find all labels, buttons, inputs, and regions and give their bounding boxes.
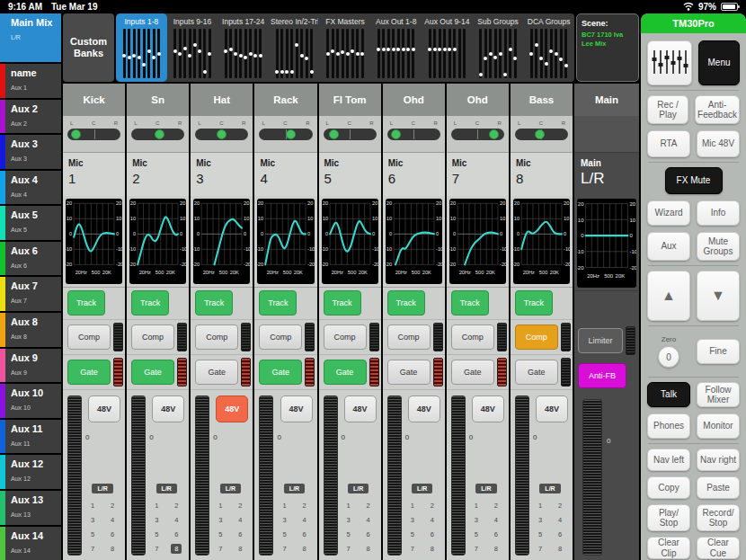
channel-source[interactable]: Mic 6	[383, 153, 445, 196]
sidebar-mix-item[interactable]: Aux 8 Aux 8	[0, 313, 61, 347]
scene-box[interactable]: Scene: BC7 1710 Iva Lee Mix	[576, 13, 639, 82]
pan-control[interactable]: L C R	[511, 116, 573, 153]
phantom-48v-button[interactable]: 48V	[152, 396, 184, 422]
pan-slider[interactable]	[131, 129, 184, 140]
eq-section[interactable]: 2020101000-10-10-20-2020Hz50020K	[254, 196, 316, 288]
eq-graph[interactable]: 2020101000-10-10-20-2020Hz50020K	[257, 199, 314, 284]
phantom-48v-button[interactable]: 48V	[280, 396, 313, 422]
gate-button[interactable]: Gate	[451, 360, 494, 385]
sidebar-mix-item[interactable]: Aux 14 Aux 14	[0, 527, 61, 560]
record-stop-button[interactable]: Record/ Stop	[697, 504, 740, 531]
comp-button[interactable]: Comp	[67, 324, 111, 350]
sidebar-mix-item[interactable]: Aux 13 Aux 13	[0, 491, 61, 525]
channel-source[interactable]: Mic 7	[447, 153, 509, 196]
phantom-48v-button[interactable]: 48V	[536, 396, 568, 422]
main-source[interactable]: Main L/R	[574, 153, 639, 196]
phantom-48v-button[interactable]: 48V	[344, 396, 377, 422]
play-stop-button[interactable]: Play/ Stop	[647, 504, 690, 531]
sidebar-mix-item[interactable]: Aux 3 Aux 3	[0, 135, 61, 169]
bank-tab[interactable]: Aux Out 9-14	[422, 13, 473, 82]
eq-graph[interactable]: 2020101000-10-10-20-2020Hz50020K	[513, 199, 570, 284]
bank-tab[interactable]: Sub Groups	[473, 13, 524, 82]
fx-mute-button[interactable]: FX Mute	[665, 167, 723, 194]
phantom-48v-button[interactable]: 48V	[216, 396, 248, 422]
channel-name[interactable]: Sn	[127, 84, 189, 116]
zero-button[interactable]: 0	[658, 346, 679, 368]
bank-tab[interactable]: Inputs 9-16	[167, 13, 218, 82]
wizard-button[interactable]: Wizard	[647, 200, 690, 226]
rec-play-button[interactable]: Rec / Play	[647, 95, 688, 124]
pan-slider[interactable]	[451, 129, 504, 140]
clear-clip-button[interactable]: Clear Clip	[647, 537, 690, 559]
comp-button[interactable]: Comp	[324, 324, 367, 350]
monitor-button[interactable]: Monitor	[697, 413, 740, 439]
track-button[interactable]: Track	[259, 290, 297, 316]
channel-fader[interactable]	[259, 396, 273, 556]
eq-graph[interactable]: 2020101000-10-10-20-2020Hz50020K	[193, 199, 250, 284]
pan-slider[interactable]	[195, 129, 248, 140]
channel-name[interactable]: Ohd	[447, 84, 509, 116]
pan-knob[interactable]	[286, 129, 296, 139]
eq-section[interactable]: 2020101000-10-10-20-2020Hz50020K	[127, 196, 189, 288]
comp-button[interactable]: Comp	[387, 324, 431, 350]
channel-fader[interactable]	[451, 396, 466, 556]
follow-mixer-button[interactable]: Follow Mixer	[697, 382, 740, 407]
pan-control[interactable]: L C R	[447, 116, 509, 153]
bank-tab[interactable]: FX Masters	[320, 13, 371, 82]
pan-slider[interactable]	[515, 129, 568, 140]
channel-source[interactable]: Mic 4	[254, 153, 316, 196]
pan-control[interactable]: L C R	[127, 116, 189, 153]
sidebar-mix-item[interactable]: Aux 11 Aux 11	[0, 420, 61, 454]
fine-button[interactable]: Fine	[697, 339, 740, 364]
rta-button[interactable]: RTA	[647, 130, 690, 157]
bank-tab[interactable]: Stereo In/2-Trk	[269, 13, 320, 82]
eq-section[interactable]: 2020101000-10-10-20-2020Hz50020K	[63, 196, 125, 288]
talk-button[interactable]: Talk	[647, 382, 690, 407]
custom-banks-button[interactable]: Custom Banks	[63, 13, 114, 82]
track-button[interactable]: Track	[67, 290, 105, 316]
main-eq-section[interactable]: 2020101000-10-10-20-2020Hz50020K	[574, 196, 639, 291]
pan-slider[interactable]	[324, 129, 377, 140]
gate-button[interactable]: Gate	[131, 360, 174, 385]
channel-source[interactable]: Mic 3	[191, 153, 253, 196]
info-button[interactable]: Info	[697, 200, 740, 226]
sidebar-mix-item[interactable]: Aux 6 Aux 6	[0, 242, 61, 276]
pan-slider[interactable]	[259, 129, 312, 140]
clear-cue-button[interactable]: Clear Cue	[697, 537, 740, 559]
bank-tab[interactable]: Inputs 1-8	[116, 13, 167, 82]
pan-slider[interactable]	[67, 129, 120, 140]
eq-graph[interactable]: 2020101000-10-10-20-2020Hz50020K	[322, 199, 378, 284]
gate-button[interactable]: Gate	[259, 360, 302, 385]
eq-section[interactable]: 2020101000-10-10-20-2020Hz50020K	[447, 196, 509, 288]
comp-button[interactable]: Comp	[451, 324, 494, 350]
gate-button[interactable]: Gate	[324, 360, 367, 385]
eq-section[interactable]: 2020101000-10-10-20-2020Hz50020K	[511, 196, 573, 288]
phantom-48v-button[interactable]: 48V	[472, 396, 504, 422]
comp-button[interactable]: Comp	[259, 324, 302, 350]
channel-name[interactable]: Bass	[511, 84, 573, 116]
mixer-view-button[interactable]	[647, 40, 692, 85]
gate-button[interactable]: Gate	[67, 360, 111, 385]
phantom-48v-button[interactable]: 48V	[408, 396, 440, 422]
nudge-down-button[interactable]: ▼	[697, 271, 740, 321]
track-button[interactable]: Track	[324, 290, 361, 316]
sidebar-mix-item[interactable]: Aux 9 Aux 9	[0, 349, 61, 383]
channel-name[interactable]: Ohd	[383, 84, 445, 116]
mic-48v-button[interactable]: Mic 48V	[697, 130, 740, 157]
main-strip-name[interactable]: Main	[574, 84, 639, 116]
track-button[interactable]: Track	[451, 290, 489, 316]
aux-button[interactable]: Aux	[647, 232, 690, 261]
channel-fader[interactable]	[515, 396, 529, 556]
channel-name[interactable]: Hat	[191, 84, 253, 116]
track-button[interactable]: Track	[195, 290, 233, 316]
pan-slider[interactable]	[387, 129, 440, 140]
pan-knob[interactable]	[217, 129, 226, 139]
anti-feedback-button[interactable]: Anti-Feedback	[695, 95, 740, 124]
channel-name[interactable]: Kick	[63, 84, 125, 116]
pan-control[interactable]: L C R	[383, 116, 445, 153]
sidebar-mix-item[interactable]: Aux 12 Aux 12	[0, 455, 61, 489]
comp-button[interactable]: Comp	[195, 324, 238, 350]
channel-source[interactable]: Mic 1	[63, 153, 125, 196]
copy-button[interactable]: Copy	[647, 476, 690, 499]
sidebar-mix-item[interactable]: Aux 5 Aux 5	[0, 206, 61, 240]
